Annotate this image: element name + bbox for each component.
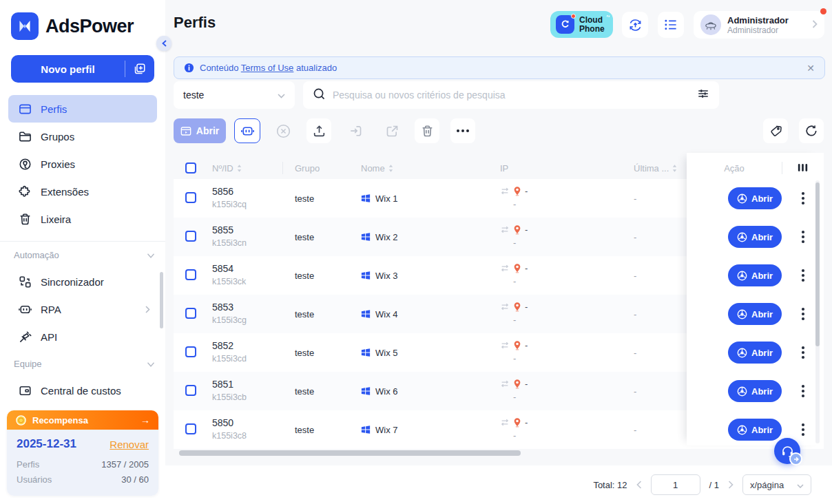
rpa-task-button[interactable]	[234, 118, 260, 143]
tag-button[interactable]	[763, 118, 788, 143]
group-filter-value: teste	[183, 90, 278, 101]
notice-close-icon[interactable]: ✕	[807, 63, 815, 74]
cloud-phone-button[interactable]: Cloud Phone ʹʹ	[550, 11, 613, 38]
row-open-label: Abrir	[751, 386, 773, 397]
ip-cell: - -	[500, 186, 528, 209]
coin-icon	[15, 414, 27, 426]
ip-cell: - -	[500, 340, 528, 364]
share-button[interactable]	[379, 118, 404, 143]
prev-page-button[interactable]	[636, 481, 642, 489]
row-open-button[interactable]: Abrir	[728, 187, 782, 209]
sidebar-item-grupos[interactable]: Grupos	[8, 123, 157, 150]
sidebar-scrollbar[interactable]	[160, 272, 163, 328]
row-more-menu[interactable]	[797, 266, 809, 284]
table-scrollbar[interactable]	[815, 182, 820, 346]
reward-banner[interactable]: Recompensa →	[7, 410, 158, 430]
table-row: 5851 k155i3cb teste Wix 6 - - - Abrir	[174, 372, 824, 410]
next-page-button[interactable]	[728, 481, 734, 489]
row-more-menu[interactable]	[797, 421, 809, 439]
row-open-button[interactable]: Abrir	[728, 380, 782, 402]
profile-name: Wix 5	[375, 348, 398, 358]
plan-profiles-row: Perfis 1357 / 2005	[17, 457, 149, 472]
upload-icon	[313, 125, 326, 138]
page-size-value: x/página	[750, 480, 784, 490]
sidebar-item-extensoes[interactable]: Extensões	[8, 178, 157, 205]
row-more-menu[interactable]	[797, 344, 809, 361]
import-button[interactable]	[343, 118, 368, 143]
batch-create-button[interactable]	[125, 63, 154, 75]
support-button[interactable]	[774, 438, 800, 464]
search-input[interactable]	[333, 90, 690, 101]
close-profiles-button[interactable]	[271, 118, 295, 143]
row-more-menu[interactable]	[797, 305, 809, 323]
open-selected-button[interactable]: Abrir	[174, 118, 226, 143]
more-actions-button[interactable]	[450, 118, 475, 143]
row-open-button[interactable]: Abrir	[728, 226, 782, 248]
section-equipe[interactable]: Equipe	[0, 350, 165, 377]
row-checkbox[interactable]	[185, 269, 196, 280]
select-all-checkbox[interactable]	[185, 162, 196, 174]
row-checkbox[interactable]	[185, 346, 196, 357]
row-open-button[interactable]: Abrir	[728, 264, 782, 286]
robot-icon	[18, 302, 32, 316]
new-profile-label: Novo perfil	[11, 63, 125, 75]
advanced-filter-icon[interactable]	[697, 87, 709, 103]
sort-icon[interactable]	[388, 164, 394, 173]
page-size-select[interactable]: x/página	[742, 474, 811, 495]
page-number-input[interactable]	[651, 474, 700, 495]
row-checkbox[interactable]	[185, 423, 196, 434]
sidebar-item-lixeira[interactable]: Lixeira	[8, 205, 157, 233]
chevron-right-icon	[145, 304, 150, 315]
export-upload-button[interactable]	[306, 118, 331, 143]
row-checkbox[interactable]	[185, 385, 196, 396]
task-list-button[interactable]	[658, 12, 684, 38]
row-open-label: Abrir	[751, 271, 773, 281]
windows-icon	[361, 425, 371, 434]
sort-icon[interactable]	[672, 164, 678, 173]
windows-icon	[361, 271, 371, 280]
renew-link[interactable]: Renovar	[110, 439, 149, 450]
update-button[interactable]	[622, 12, 648, 38]
row-open-button[interactable]: Abrir	[728, 303, 782, 325]
row-more-menu[interactable]	[797, 228, 809, 246]
last-open-time: -	[634, 410, 636, 449]
plan-users-label: Usuários	[17, 472, 52, 487]
refresh-button[interactable]	[799, 118, 824, 143]
profile-serial: k155i3cg	[212, 314, 247, 326]
delete-button[interactable]	[415, 118, 439, 143]
location-pin-icon	[513, 340, 521, 350]
sidebar-item-sincronizador[interactable]: Sincronizador	[8, 268, 157, 295]
group-filter-select[interactable]: teste	[174, 81, 295, 109]
sidebar-collapse-button[interactable]	[156, 36, 171, 51]
row-open-button[interactable]: Abrir	[728, 342, 782, 364]
row-checkbox[interactable]	[185, 308, 196, 319]
terms-of-use-link[interactable]: Terms of Use	[241, 63, 294, 73]
profile-name: Wix 4	[375, 309, 398, 319]
profile-serial: k155i3ck	[212, 275, 246, 288]
brand-name: AdsPower	[45, 16, 134, 37]
row-more-menu[interactable]	[797, 189, 809, 207]
profile-group: teste	[295, 372, 314, 410]
profile-name: Wix 1	[375, 193, 398, 204]
row-more-menu[interactable]	[797, 382, 809, 400]
profile-id: 5851	[212, 378, 247, 391]
table-horizontal-scrollbar[interactable]	[179, 450, 521, 456]
sidebar-item-proxies[interactable]: Proxies	[8, 150, 157, 178]
close-circle-icon	[275, 123, 291, 139]
sidebar-item-perfis[interactable]: Perfis	[8, 95, 157, 123]
profile-group: teste	[295, 218, 314, 256]
new-profile-button[interactable]: Novo perfil	[11, 55, 154, 83]
sidebar-item-label: Perfis	[41, 103, 67, 115]
account-menu[interactable]: Administrador Administrador	[694, 11, 824, 39]
row-checkbox[interactable]	[185, 192, 196, 203]
row-open-button[interactable]: Abrir	[728, 419, 782, 441]
column-settings-icon[interactable]	[798, 162, 808, 175]
location-pin-icon	[513, 263, 521, 273]
sidebar-item-api[interactable]: API	[8, 323, 157, 350]
row-checkbox[interactable]	[185, 231, 196, 242]
sidebar-item-rpa[interactable]: RPA	[8, 295, 157, 323]
location-pin-icon	[513, 186, 521, 196]
sort-icon[interactable]	[236, 164, 242, 173]
section-automacao[interactable]: Automação	[0, 242, 165, 268]
sidebar-item-central-de-custos[interactable]: Central de custos	[8, 377, 157, 404]
